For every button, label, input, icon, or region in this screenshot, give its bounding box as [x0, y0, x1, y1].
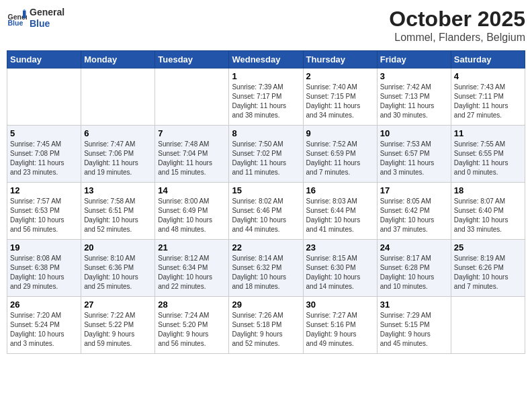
day-number: 11 [454, 128, 522, 138]
day-info: Sunrise: 7:57 AM Sunset: 6:53 PM Dayligh… [10, 197, 78, 234]
calendar-cell: 12Sunrise: 7:57 AM Sunset: 6:53 PM Dayli… [7, 183, 81, 240]
calendar-cell: 22Sunrise: 8:14 AM Sunset: 6:32 PM Dayli… [229, 240, 303, 297]
day-number: 22 [232, 242, 300, 253]
page-header: General Blue General Blue October 2025 L… [7, 7, 525, 44]
day-number: 21 [158, 242, 226, 253]
calendar-cell: 16Sunrise: 8:03 AM Sunset: 6:44 PM Dayli… [303, 183, 377, 240]
day-number: 12 [10, 185, 78, 195]
day-number: 6 [84, 128, 152, 138]
calendar-cell: 3Sunrise: 7:42 AM Sunset: 7:13 PM Daylig… [377, 68, 451, 126]
calendar-cell: 17Sunrise: 8:05 AM Sunset: 6:42 PM Dayli… [377, 183, 451, 240]
calendar-cell: 14Sunrise: 8:00 AM Sunset: 6:49 PM Dayli… [155, 183, 229, 240]
logo-icon: General Blue [7, 8, 27, 28]
calendar-cell [7, 68, 81, 126]
calendar-cell: 26Sunrise: 7:20 AM Sunset: 5:24 PM Dayli… [7, 297, 81, 354]
calendar-week-row: 26Sunrise: 7:20 AM Sunset: 5:24 PM Dayli… [7, 297, 525, 354]
calendar-cell [81, 68, 155, 126]
day-number: 28 [158, 300, 226, 310]
calendar-week-row: 1Sunrise: 7:39 AM Sunset: 7:17 PM Daylig… [7, 68, 525, 126]
day-number: 7 [158, 128, 226, 138]
day-number: 5 [10, 128, 78, 138]
month-title: October 2025 [389, 7, 525, 32]
day-info: Sunrise: 8:02 AM Sunset: 6:46 PM Dayligh… [232, 197, 300, 234]
day-info: Sunrise: 7:42 AM Sunset: 7:13 PM Dayligh… [380, 83, 448, 120]
day-info: Sunrise: 7:43 AM Sunset: 7:11 PM Dayligh… [454, 83, 522, 120]
day-number: 31 [380, 300, 448, 310]
day-info: Sunrise: 7:40 AM Sunset: 7:15 PM Dayligh… [306, 83, 374, 120]
calendar-table: SundayMondayTuesdayWednesdayThursdayFrid… [7, 50, 525, 354]
day-info: Sunrise: 7:47 AM Sunset: 7:06 PM Dayligh… [84, 140, 152, 177]
day-info: Sunrise: 7:58 AM Sunset: 6:51 PM Dayligh… [84, 197, 152, 234]
logo-text: General Blue [30, 7, 64, 30]
calendar-header-row: SundayMondayTuesdayWednesdayThursdayFrid… [7, 51, 525, 68]
header-tuesday: Tuesday [155, 51, 229, 68]
header-saturday: Saturday [451, 51, 525, 68]
calendar-cell: 19Sunrise: 8:08 AM Sunset: 6:38 PM Dayli… [7, 240, 81, 297]
day-info: Sunrise: 7:39 AM Sunset: 7:17 PM Dayligh… [232, 83, 300, 120]
day-info: Sunrise: 7:22 AM Sunset: 5:22 PM Dayligh… [84, 311, 152, 349]
calendar-cell: 28Sunrise: 7:24 AM Sunset: 5:20 PM Dayli… [155, 297, 229, 354]
calendar-cell: 4Sunrise: 7:43 AM Sunset: 7:11 PM Daylig… [451, 68, 525, 126]
svg-marker-2 [23, 11, 26, 18]
calendar-cell: 24Sunrise: 8:17 AM Sunset: 6:28 PM Dayli… [377, 240, 451, 297]
day-info: Sunrise: 8:12 AM Sunset: 6:34 PM Dayligh… [158, 254, 226, 291]
day-info: Sunrise: 8:08 AM Sunset: 6:38 PM Dayligh… [10, 254, 78, 291]
calendar-cell: 25Sunrise: 8:19 AM Sunset: 6:26 PM Dayli… [451, 240, 525, 297]
day-number: 13 [84, 185, 152, 195]
calendar-cell: 13Sunrise: 7:58 AM Sunset: 6:51 PM Dayli… [81, 183, 155, 240]
day-number: 30 [306, 300, 374, 310]
day-number: 23 [306, 242, 374, 253]
day-number: 4 [454, 71, 522, 81]
calendar-week-row: 12Sunrise: 7:57 AM Sunset: 6:53 PM Dayli… [7, 183, 525, 240]
day-number: 25 [454, 242, 522, 253]
calendar-cell: 11Sunrise: 7:55 AM Sunset: 6:55 PM Dayli… [451, 126, 525, 183]
header-wednesday: Wednesday [229, 51, 303, 68]
header-monday: Monday [81, 51, 155, 68]
day-info: Sunrise: 7:45 AM Sunset: 7:08 PM Dayligh… [10, 140, 78, 177]
calendar-cell: 1Sunrise: 7:39 AM Sunset: 7:17 PM Daylig… [229, 68, 303, 126]
day-info: Sunrise: 7:26 AM Sunset: 5:18 PM Dayligh… [232, 311, 300, 349]
day-number: 20 [84, 242, 152, 253]
calendar-cell: 18Sunrise: 8:07 AM Sunset: 6:40 PM Dayli… [451, 183, 525, 240]
calendar-cell: 30Sunrise: 7:27 AM Sunset: 5:16 PM Dayli… [303, 297, 377, 354]
day-number: 3 [380, 71, 448, 81]
day-number: 27 [84, 300, 152, 310]
day-number: 10 [380, 128, 448, 138]
calendar-cell: 9Sunrise: 7:52 AM Sunset: 6:59 PM Daylig… [303, 126, 377, 183]
day-info: Sunrise: 8:19 AM Sunset: 6:26 PM Dayligh… [454, 254, 522, 291]
svg-marker-3 [23, 9, 26, 10]
day-info: Sunrise: 8:10 AM Sunset: 6:36 PM Dayligh… [84, 254, 152, 291]
day-number: 15 [232, 185, 300, 195]
day-number: 9 [306, 128, 374, 138]
calendar-cell: 10Sunrise: 7:53 AM Sunset: 6:57 PM Dayli… [377, 126, 451, 183]
day-info: Sunrise: 7:24 AM Sunset: 5:20 PM Dayligh… [158, 311, 226, 349]
header-sunday: Sunday [7, 51, 81, 68]
day-number: 14 [158, 185, 226, 195]
day-info: Sunrise: 8:05 AM Sunset: 6:42 PM Dayligh… [380, 197, 448, 234]
location-text: Lommel, Flanders, Belgium [389, 32, 525, 44]
day-info: Sunrise: 8:07 AM Sunset: 6:40 PM Dayligh… [454, 197, 522, 234]
day-number: 26 [10, 300, 78, 310]
day-number: 2 [306, 71, 374, 81]
calendar-cell: 20Sunrise: 8:10 AM Sunset: 6:36 PM Dayli… [81, 240, 155, 297]
day-info: Sunrise: 7:50 AM Sunset: 7:02 PM Dayligh… [232, 140, 300, 177]
day-info: Sunrise: 7:48 AM Sunset: 7:04 PM Dayligh… [158, 140, 226, 177]
calendar-cell: 23Sunrise: 8:15 AM Sunset: 6:30 PM Dayli… [303, 240, 377, 297]
calendar-cell [155, 68, 229, 126]
day-number: 16 [306, 185, 374, 195]
day-info: Sunrise: 7:52 AM Sunset: 6:59 PM Dayligh… [306, 140, 374, 177]
calendar-week-row: 5Sunrise: 7:45 AM Sunset: 7:08 PM Daylig… [7, 126, 525, 183]
calendar-cell: 15Sunrise: 8:02 AM Sunset: 6:46 PM Dayli… [229, 183, 303, 240]
svg-text:Blue: Blue [8, 18, 24, 26]
logo: General Blue General Blue [7, 7, 64, 30]
day-info: Sunrise: 8:14 AM Sunset: 6:32 PM Dayligh… [232, 254, 300, 291]
day-number: 1 [232, 71, 300, 81]
calendar-cell: 31Sunrise: 7:29 AM Sunset: 5:15 PM Dayli… [377, 297, 451, 354]
header-friday: Friday [377, 51, 451, 68]
day-number: 17 [380, 185, 448, 195]
day-number: 29 [232, 300, 300, 310]
day-number: 8 [232, 128, 300, 138]
day-info: Sunrise: 7:27 AM Sunset: 5:16 PM Dayligh… [306, 311, 374, 349]
calendar-cell: 27Sunrise: 7:22 AM Sunset: 5:22 PM Dayli… [81, 297, 155, 354]
calendar-cell: 2Sunrise: 7:40 AM Sunset: 7:15 PM Daylig… [303, 68, 377, 126]
